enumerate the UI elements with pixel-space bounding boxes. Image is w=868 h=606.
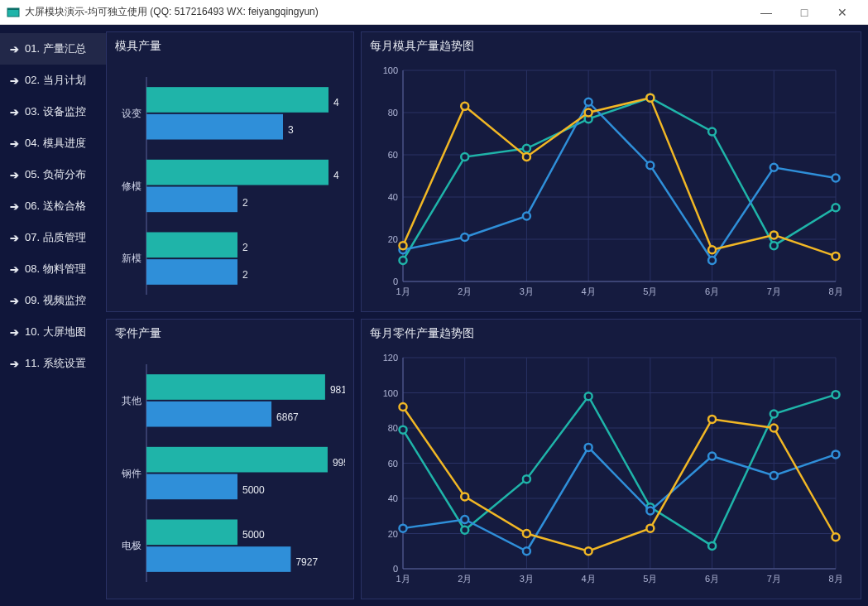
svg-text:4月: 4月	[582, 574, 596, 584]
arrow-right-icon: ➔	[8, 232, 20, 244]
svg-point-132	[646, 507, 654, 514]
panel-part-trend: 每月零件产量趋势图 0204060801001201月2月3月4月5月6月7月8…	[361, 319, 861, 599]
sidebar-item-label: 10. 大屏地图	[25, 325, 86, 339]
svg-rect-76	[146, 402, 271, 427]
svg-point-65	[461, 103, 468, 110]
svg-point-134	[770, 472, 778, 479]
svg-text:5月: 5月	[643, 286, 657, 296]
svg-text:新模: 新模	[122, 252, 141, 264]
sidebar-item-label: 04. 模具进度	[25, 136, 86, 151]
svg-text:8月: 8月	[828, 286, 842, 296]
svg-rect-11	[146, 187, 237, 213]
arrow-right-icon: ➔	[8, 326, 20, 339]
svg-text:0: 0	[393, 277, 398, 286]
window-title: 大屏模块演示-均可独立使用 (QQ: 517216493 WX: feiyang…	[25, 5, 747, 19]
sidebar-item-7[interactable]: ➔07. 品质管理	[0, 222, 106, 253]
svg-text:3: 3	[288, 124, 294, 136]
svg-point-71	[832, 252, 840, 260]
sidebar-item-6[interactable]: ➔06. 送检合格	[0, 190, 106, 222]
svg-rect-6	[146, 114, 283, 140]
svg-text:钢件: 钢件	[121, 468, 141, 479]
sidebar-item-3[interactable]: ➔03. 设备监控	[0, 96, 106, 127]
svg-text:设变: 设变	[122, 108, 141, 119]
svg-text:120: 120	[383, 353, 398, 363]
svg-point-128	[400, 525, 407, 532]
chart-mold-trend: 0204060801001月2月3月4月5月6月7月8月	[370, 62, 852, 303]
svg-text:6月: 6月	[705, 574, 719, 584]
svg-rect-81	[146, 474, 237, 500]
svg-text:7月: 7月	[767, 574, 781, 584]
minimize-button[interactable]: —	[747, 0, 785, 25]
svg-text:5000: 5000	[242, 484, 265, 496]
svg-point-62	[770, 164, 778, 171]
svg-rect-79	[146, 447, 328, 473]
svg-point-48	[400, 257, 407, 264]
svg-point-70	[770, 231, 778, 238]
svg-text:0: 0	[393, 564, 398, 574]
maximize-button[interactable]: □	[785, 0, 823, 25]
sidebar-item-4[interactable]: ➔04. 模具进度	[0, 127, 106, 159]
arrow-right-icon: ➔	[8, 169, 20, 181]
svg-point-127	[832, 391, 840, 398]
svg-text:4月: 4月	[582, 286, 596, 296]
svg-text:3月: 3月	[520, 286, 534, 296]
sidebar-item-8[interactable]: ➔08. 物料管理	[0, 253, 106, 285]
close-button[interactable]: ✕	[823, 0, 861, 25]
sidebar-item-9[interactable]: ➔09. 视频监控	[0, 285, 106, 316]
arrow-right-icon: ➔	[8, 263, 20, 276]
chart-part-trend: 0204060801001201月2月3月4月5月6月7月8月	[370, 349, 852, 590]
arrow-right-icon: ➔	[8, 106, 20, 118]
sidebar-item-2[interactable]: ➔02. 当月计划	[0, 65, 106, 96]
svg-text:20: 20	[388, 234, 398, 244]
svg-rect-74	[146, 374, 325, 400]
svg-text:3月: 3月	[520, 574, 534, 584]
svg-point-69	[708, 246, 716, 253]
sidebar-item-label: 09. 视频监控	[25, 293, 86, 308]
sidebar-item-label: 05. 负荷分布	[25, 167, 86, 182]
svg-text:修模: 修模	[122, 180, 141, 192]
svg-point-139	[585, 547, 592, 555]
arrow-right-icon: ➔	[8, 200, 20, 213]
svg-point-135	[832, 450, 840, 458]
sidebar-item-11[interactable]: ➔11. 系统设置	[0, 348, 106, 379]
svg-point-57	[461, 233, 468, 241]
main-grid: 模具产量 设变43修模42新模22 每月模具产量趋势图 020406080100…	[106, 25, 868, 606]
svg-text:2月: 2月	[458, 574, 472, 584]
panel-mold-output: 模具产量 设变43修模42新模22	[106, 31, 354, 312]
svg-point-61	[708, 257, 716, 264]
app-body: ➔01. 产量汇总➔02. 当月计划➔03. 设备监控➔04. 模具进度➔05.…	[0, 25, 868, 606]
svg-point-120	[400, 426, 407, 434]
arrow-right-icon: ➔	[8, 358, 20, 370]
svg-point-138	[523, 530, 530, 537]
svg-point-141	[708, 416, 716, 423]
sidebar-item-label: 07. 品质管理	[25, 230, 86, 245]
arrow-right-icon: ➔	[8, 75, 20, 87]
svg-text:7927: 7927	[295, 556, 318, 568]
sidebar-item-5[interactable]: ➔05. 负荷分布	[0, 159, 106, 190]
svg-text:5000: 5000	[242, 529, 265, 541]
sidebar-item-label: 01. 产量汇总	[25, 41, 86, 56]
svg-point-49	[461, 153, 468, 161]
panel-part-output: 零件产量 其他98146867钢件99525000电极50007927	[106, 319, 354, 599]
sidebar-item-label: 02. 当月计划	[25, 73, 86, 88]
svg-text:40: 40	[388, 192, 398, 202]
svg-point-133	[708, 453, 716, 460]
svg-point-66	[523, 153, 530, 161]
panel-title: 每月模具产量趋势图	[362, 32, 861, 60]
svg-rect-1	[7, 8, 19, 10]
sidebar-item-1[interactable]: ➔01. 产量汇总	[0, 33, 106, 65]
svg-point-136	[400, 403, 407, 411]
svg-point-58	[523, 212, 530, 219]
sidebar-item-10[interactable]: ➔10. 大屏地图	[0, 316, 106, 348]
svg-text:80: 80	[388, 423, 398, 433]
svg-text:电极: 电极	[122, 540, 141, 551]
panel-mold-trend: 每月模具产量趋势图 0204060801001月2月3月4月5月6月7月8月	[361, 31, 861, 312]
svg-point-55	[832, 204, 840, 211]
chart-part-output: 其他98146867钢件99525000电极50007927	[115, 349, 345, 590]
sidebar-item-label: 06. 送检合格	[25, 199, 86, 214]
svg-text:6867: 6867	[276, 411, 299, 423]
arrow-right-icon: ➔	[8, 295, 20, 307]
svg-point-131	[585, 444, 592, 451]
sidebar-item-label: 11. 系统设置	[25, 356, 86, 371]
svg-text:4: 4	[333, 170, 339, 181]
